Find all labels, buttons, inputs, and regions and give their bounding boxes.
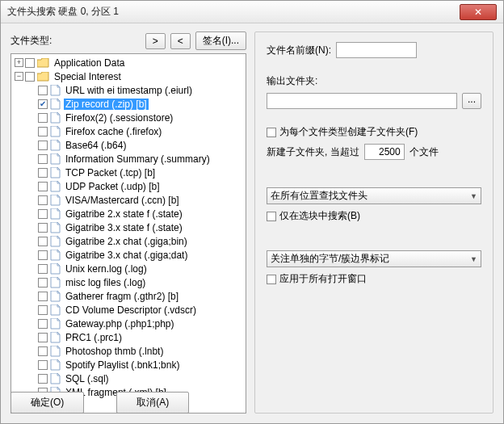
expand-spacer — [27, 127, 36, 136]
tree-item[interactable]: Gigatribe 2.x state f (.state) — [11, 207, 246, 220]
checkbox-icon[interactable] — [25, 58, 35, 68]
checkbox-icon[interactable] — [38, 319, 48, 329]
checkbox-icon[interactable] — [38, 264, 48, 274]
checkbox-icon[interactable] — [38, 305, 48, 315]
tree-item[interactable]: Information Summary (.summary) — [11, 152, 246, 166]
checkbox-icon[interactable] — [38, 333, 48, 342]
checkbox-icon[interactable] — [38, 237, 48, 246]
expand-spacer — [27, 319, 36, 328]
tree-item-label: UDP Packet (.udp) [b] — [64, 181, 162, 192]
checkbox-icon[interactable] — [38, 141, 48, 150]
checkbox-icon[interactable] — [38, 209, 48, 219]
byte-boundary-select[interactable]: 关注单独的字节/簇边界标记 ▼ — [267, 250, 481, 267]
expand-spacer — [27, 86, 36, 94]
tree-item[interactable]: Firefox cache (.firefox) — [11, 124, 246, 138]
file-icon — [50, 126, 61, 137]
tree-item[interactable]: Unix kern.log (.log) — [11, 262, 246, 275]
tree-folder-label: Special Interest — [52, 71, 123, 82]
checkbox-icon — [267, 275, 276, 284]
checkbox-icon[interactable] — [38, 374, 48, 384]
tree-item-label: Gigatribe 2.x state f (.state) — [64, 208, 184, 220]
tree-item-label: CD Volume Descriptor (.vdscr) — [64, 304, 198, 316]
checkbox-icon[interactable] — [38, 168, 48, 178]
expand-spacer — [27, 154, 36, 163]
tree-item-label: Gatherer fragm (.gthr2) [b] — [64, 291, 180, 302]
checkbox-icon[interactable] — [38, 278, 48, 288]
tree-item[interactable]: SQL (.sql) — [11, 372, 246, 385]
folder-icon — [37, 72, 49, 82]
apply-all-label: 应用于所有打开窗口 — [279, 272, 367, 286]
window-title: 文件头搜索 硬盘 0, 分区 1 — [7, 5, 460, 19]
file-icon — [50, 112, 61, 124]
tree-item[interactable]: Spotify Playlist (.bnk1;bnk) — [11, 358, 246, 372]
checkbox-icon[interactable] — [38, 195, 48, 205]
tree-item-label: Gigatribe 3.x chat (.giga;dat) — [64, 250, 189, 261]
tree-item[interactable]: Base64 (.b64) — [11, 138, 246, 152]
tree-item[interactable]: ✔Zip record (.zip) [b] — [11, 97, 246, 111]
tree-item[interactable]: Firefox(2) (.sessionstore) — [11, 111, 246, 124]
tree-item-label: misc log files (.log) — [64, 277, 147, 288]
expand-icon[interactable]: + — [15, 58, 23, 67]
browse-button[interactable]: ... — [462, 93, 481, 109]
tree-item[interactable]: CD Volume Descriptor (.vdscr) — [11, 303, 246, 317]
tree-item[interactable]: Gigatribe 3.x state f (.state) — [11, 220, 246, 234]
checkbox-icon[interactable] — [38, 250, 48, 260]
prev-button[interactable]: > — [145, 33, 166, 49]
checkbox-icon[interactable] — [38, 127, 48, 136]
checkbox-icon[interactable] — [38, 154, 48, 164]
prefix-input[interactable] — [336, 42, 417, 58]
checkbox-icon[interactable] — [25, 72, 35, 82]
checkbox-icon[interactable] — [38, 113, 48, 123]
apply-all-checkbox[interactable]: 应用于所有打开窗口 — [267, 272, 481, 286]
left-panel: 文件类型: > < 签名(I)... +Application Data−Spe… — [10, 31, 246, 414]
tree-item-label: Zip record (.zip) [b] — [64, 99, 149, 110]
tree-item[interactable]: URL with ei timestamp (.eiurl) — [11, 83, 246, 97]
only-selection-checkbox[interactable]: 仅在选块中搜索(B) — [267, 209, 481, 223]
signature-button[interactable]: 签名(I)... — [195, 31, 246, 50]
tree-item[interactable]: misc log files (.log) — [11, 275, 246, 289]
checkbox-icon[interactable] — [38, 360, 48, 370]
tree-item[interactable]: Gateway.php (.php1;php) — [11, 317, 246, 330]
checkbox-icon — [267, 212, 276, 221]
expand-spacer — [27, 360, 36, 369]
tree-item[interactable]: TCP Packet (.tcp) [b] — [11, 166, 246, 179]
expand-spacer — [27, 209, 36, 218]
checkbox-icon[interactable] — [38, 346, 48, 356]
cancel-button[interactable]: 取消(A) — [116, 392, 189, 414]
checkbox-icon[interactable] — [38, 292, 48, 301]
expand-icon[interactable]: − — [15, 72, 23, 81]
checkbox-icon[interactable] — [38, 182, 48, 191]
tree-item[interactable]: Gigatribe 2.x chat (.giga;bin) — [11, 234, 246, 248]
tree-item[interactable]: VISA/Mastercard (.ccn) [b] — [11, 193, 246, 207]
tree-item-label: VISA/Mastercard (.ccn) [b] — [64, 195, 181, 206]
prefix-label: 文件名前缀(N): — [267, 44, 331, 57]
checkbox-icon[interactable] — [38, 86, 48, 95]
subfolder-count-input[interactable] — [364, 144, 405, 160]
checkbox-icon[interactable]: ✔ — [38, 99, 48, 109]
file-type-tree[interactable]: +Application Data−Special InterestURL wi… — [10, 53, 246, 414]
tree-folder[interactable]: +Application Data — [11, 56, 246, 69]
expand-spacer — [27, 292, 36, 300]
dialog-footer: 确定(O) 取消(A) — [10, 392, 189, 414]
file-icon — [50, 153, 61, 165]
next-button[interactable]: < — [170, 33, 191, 49]
expand-spacer — [27, 182, 36, 191]
subfolder-checkbox[interactable]: 为每个文件类型创建子文件夹(F) — [267, 125, 481, 139]
tree-item[interactable]: Photoshop thmb (.lnbt) — [11, 344, 246, 358]
tree-item-label: Information Summary (.summary) — [64, 153, 212, 165]
tree-item[interactable]: Gatherer fragm (.gthr2) [b] — [11, 289, 246, 303]
tree-item-label: Base64 (.b64) — [64, 140, 128, 151]
search-location-select[interactable]: 在所有位置查找文件头 ▼ — [267, 187, 481, 204]
tree-folder[interactable]: −Special Interest — [11, 69, 246, 83]
expand-spacer — [27, 141, 36, 149]
file-icon — [50, 140, 61, 151]
output-folder-input[interactable] — [267, 93, 457, 109]
ok-button[interactable]: 确定(O) — [10, 392, 84, 414]
close-button[interactable]: ✕ — [460, 4, 497, 20]
tree-item[interactable]: UDP Packet (.udp) [b] — [11, 179, 246, 193]
tree-item-label: TCP Packet (.tcp) [b] — [64, 167, 157, 178]
right-panel: 文件名前缀(N): 输出文件夹: ... 为每个文件类型创建子文件夹(F) 新建… — [254, 31, 494, 414]
checkbox-icon[interactable] — [38, 223, 48, 233]
tree-item[interactable]: PRC1 (.prc1) — [11, 330, 246, 344]
tree-item[interactable]: Gigatribe 3.x chat (.giga;dat) — [11, 248, 246, 262]
